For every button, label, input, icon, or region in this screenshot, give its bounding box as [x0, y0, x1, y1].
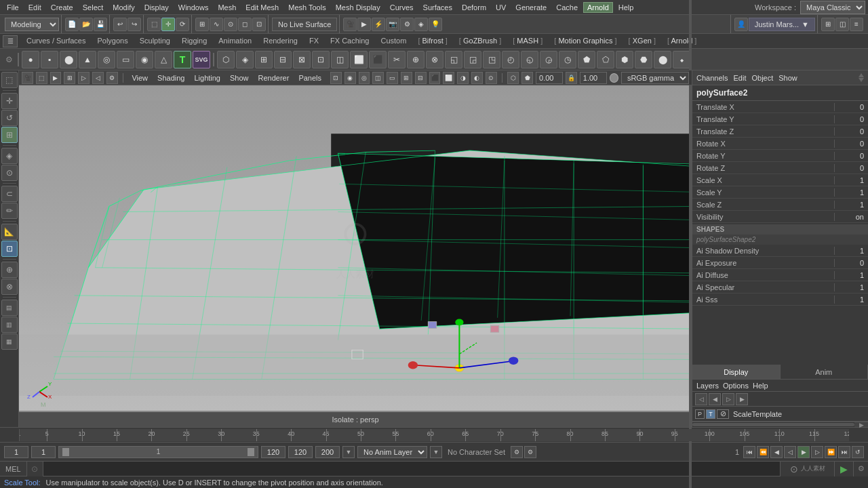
rot-tool[interactable]: ⟳: [176, 18, 189, 31]
si-sphere[interactable]: ●: [22, 51, 39, 68]
workspace-select[interactable]: Maya Classic: [800, 1, 865, 14]
extra1[interactable]: ⊞: [821, 18, 835, 31]
lt-attr[interactable]: ▥: [1, 317, 18, 333]
ch-shape-value[interactable]: 1: [834, 271, 868, 279]
ch-tb-2[interactable]: ◀: [709, 393, 721, 405]
no-live-surface[interactable]: No Live Surface: [272, 18, 337, 31]
render-set[interactable]: ⚙: [400, 18, 414, 31]
viewport[interactable]: 🎥 ⬚ ▶ ⊞ ▷ ◁ ⚙ View Shading Lighting Show…: [19, 70, 692, 427]
si-5[interactable]: ⊟: [274, 51, 292, 68]
shelf-tab-motiongfx[interactable]: Motion Graphics: [549, 35, 622, 47]
disp-render[interactable]: 📷: [386, 18, 399, 31]
snap-curve[interactable]: ∿: [210, 18, 223, 31]
ch-attr-row[interactable]: Scale Z1: [692, 199, 868, 211]
si-plane[interactable]: ▭: [117, 51, 134, 68]
shelf-tab-curves[interactable]: Curves / Surfaces: [21, 35, 91, 47]
si-13[interactable]: ⊗: [426, 51, 443, 68]
vp-value2[interactable]: 1.00: [580, 72, 607, 84]
ch-shape-value[interactable]: 1: [834, 247, 868, 255]
shelf-tab-gozbrush[interactable]: GoZBrush: [454, 35, 507, 47]
ch-options-menu[interactable]: Options: [723, 382, 749, 390]
ch-tab-anim[interactable]: Anim: [781, 365, 869, 379]
ch-menu-edit[interactable]: Edit: [733, 74, 746, 82]
lt-show-manip2[interactable]: ⊗: [1, 279, 18, 295]
vp-value1[interactable]: 0.00: [536, 72, 563, 84]
pb-next-key[interactable]: ⏩: [825, 446, 837, 458]
ch-shape-attr-row[interactable]: Ai Diffuse1: [692, 269, 868, 281]
vpm-renderer[interactable]: Renderer: [255, 73, 293, 83]
pb-play[interactable]: ▶: [797, 446, 810, 458]
vp-btn18[interactable]: ⬡: [507, 72, 519, 84]
lt-rotate[interactable]: ↺: [1, 110, 18, 126]
si-6[interactable]: ⊠: [293, 51, 311, 68]
ch-attr-row[interactable]: Scale Y1: [692, 186, 868, 199]
ipr-btn[interactable]: ⚡: [372, 18, 385, 31]
lt-select[interactable]: ⬚: [1, 72, 18, 88]
vp-btn4[interactable]: ▷: [78, 72, 90, 84]
si-cube[interactable]: ▪: [41, 51, 58, 68]
ch-attr-row[interactable]: Translate X0: [692, 101, 868, 113]
shelf-tab-rendering[interactable]: Rendering: [258, 35, 303, 47]
vp-color[interactable]: [610, 73, 618, 83]
si-4[interactable]: ⊞: [255, 51, 273, 68]
si-cone[interactable]: ▲: [79, 51, 96, 68]
menu-edit-mesh[interactable]: Edit Mesh: [241, 2, 283, 13]
layer-box-p[interactable]: P: [695, 409, 705, 419]
mel-settings-btn[interactable]: ⚙: [853, 462, 868, 476]
vp-btn3[interactable]: ⊞: [64, 72, 75, 84]
ch-shape-attr-row[interactable]: Ai Shadow Density1: [692, 245, 868, 257]
vp-btn10[interactable]: ▭: [387, 72, 398, 84]
lt-measure[interactable]: 📐: [1, 224, 18, 240]
vp-btn13[interactable]: ⬛: [429, 72, 441, 84]
snap-grid[interactable]: ⊞: [195, 18, 209, 31]
si-20[interactable]: ◷: [559, 51, 576, 68]
lt-softmod[interactable]: ⊙: [1, 165, 18, 181]
tl-end-handle[interactable]: [248, 448, 254, 456]
range-start-input[interactable]: [31, 446, 56, 458]
layer-box-icon[interactable]: ⊘: [717, 409, 729, 419]
new-btn[interactable]: 📄: [65, 18, 79, 31]
menu-cache[interactable]: Cache: [552, 2, 582, 13]
pb-loop[interactable]: ↺: [852, 446, 864, 458]
open-btn[interactable]: 📂: [79, 18, 93, 31]
hypershade[interactable]: ◈: [414, 18, 428, 31]
ch-hscroll-right[interactable]: ▶: [854, 422, 868, 427]
shelf-menu-btn[interactable]: ☰: [3, 35, 18, 47]
menu-help[interactable]: Help: [614, 2, 638, 13]
light-ed[interactable]: 💡: [429, 18, 442, 31]
vp-lock[interactable]: 🔒: [566, 72, 577, 84]
ch-attr-row[interactable]: Scale X1: [692, 174, 868, 186]
si-2[interactable]: ⬡: [217, 51, 235, 68]
vpm-lighting[interactable]: Lighting: [191, 73, 224, 83]
ch-shape-attr-row[interactable]: Ai Specular1: [692, 281, 868, 293]
si-19[interactable]: ◶: [540, 51, 557, 68]
pb-settings[interactable]: ⚙: [511, 446, 523, 458]
si-24[interactable]: ⬣: [635, 51, 652, 68]
si-26[interactable]: ⬥: [673, 51, 690, 68]
range-end-input[interactable]: [261, 446, 285, 458]
pb-prev[interactable]: ◀: [770, 446, 783, 458]
menu-edit[interactable]: Edit: [24, 2, 45, 13]
vp-btn2[interactable]: ▶: [50, 72, 62, 84]
render-cam[interactable]: 🎥: [343, 18, 357, 31]
si-12[interactable]: ⊕: [407, 51, 425, 68]
ch-hscroll[interactable]: ▶: [692, 422, 868, 427]
timeline-range-bar[interactable]: 1: [58, 446, 258, 458]
shelf-tab-arnold[interactable]: Arnold: [662, 35, 702, 47]
menu-create[interactable]: Create: [47, 2, 77, 13]
ch-scroll-area[interactable]: Translate X0Translate Y0Translate Z0Rota…: [692, 101, 868, 365]
snap-surf[interactable]: ◻: [238, 18, 252, 31]
ch-shape-value[interactable]: 1: [834, 296, 868, 304]
ch-tb-1[interactable]: ◁: [695, 393, 707, 405]
vp-btn19[interactable]: ⬟: [521, 72, 533, 84]
shelf-tab-fxcaching[interactable]: FX Caching: [325, 35, 374, 47]
extra2[interactable]: ◫: [835, 18, 849, 31]
pb-settings2[interactable]: ⚙: [524, 446, 536, 458]
menu-file[interactable]: File: [3, 2, 23, 13]
si-23[interactable]: ⬢: [616, 51, 633, 68]
lt-scale[interactable]: ⊞: [1, 127, 18, 143]
si-9[interactable]: ⬜: [350, 51, 368, 68]
ch-attr-row[interactable]: Visibilityon: [692, 211, 868, 223]
menu-uv[interactable]: UV: [492, 2, 510, 13]
si-7[interactable]: ⊡: [312, 51, 330, 68]
